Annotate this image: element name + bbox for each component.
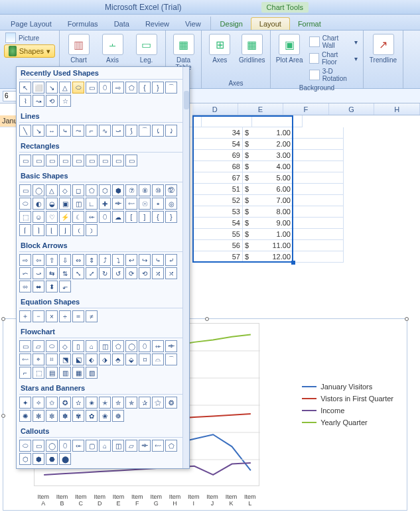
shape-stars-11[interactable]: ❂ <box>165 397 177 409</box>
shape-callouts-13[interactable]: ⬢ <box>33 453 44 465</box>
shape-recent-12[interactable]: ⌇ <box>19 95 31 107</box>
shapes-gallery[interactable]: Recently Used Shapes ↖⬜↘△⬭▭⬯⇨⬠{}⌒⌇↝⟲☆ Li… <box>16 66 190 469</box>
shape-flow-27[interactable]: ▥ <box>59 367 71 379</box>
gridlines-button[interactable]: ▦Gridlines <box>238 32 267 64</box>
axes-button[interactable]: ⊞Axes <box>206 32 234 64</box>
shape-recent-2[interactable]: ↘ <box>46 82 58 94</box>
shape-arrows-1[interactable]: ⇦ <box>33 254 44 266</box>
shape-rect-7[interactable]: ▭ <box>112 155 124 166</box>
shape-stars-2[interactable]: ✩ <box>46 397 58 409</box>
shape-basic-5[interactable]: ⬠ <box>86 184 98 196</box>
cell-d[interactable]: 53 <box>192 206 243 218</box>
shape-equation-4[interactable]: ＝ <box>72 310 84 322</box>
cell-f[interactable] <box>293 218 344 229</box>
shape-callouts-9[interactable]: ⬲ <box>139 440 151 452</box>
shape-flow-11[interactable]: ⬲ <box>165 340 177 352</box>
shape-recent-1[interactable]: ⬜ <box>33 82 44 94</box>
shape-basic-14[interactable]: ◒ <box>46 198 58 210</box>
shape-arrows-22[interactable]: ⤮ <box>152 267 164 279</box>
shape-stars-0[interactable]: ✦ <box>19 397 31 409</box>
table-row[interactable]: 51$6.00 <box>192 184 420 195</box>
rotation-button[interactable]: 3-D Rotation <box>308 67 359 83</box>
shape-flow-4[interactable]: ▯ <box>72 340 84 352</box>
shape-basic-11[interactable]: ⑫ <box>165 184 177 196</box>
shape-flow-19[interactable]: ⬘ <box>112 353 124 365</box>
shape-callouts-7[interactable]: ◫ <box>112 440 124 452</box>
shape-arrows-3[interactable]: ⇩ <box>59 254 71 266</box>
cell-e[interactable]: $6.00 <box>243 184 293 195</box>
shape-basic-9[interactable]: ⑧ <box>139 184 151 196</box>
table-row[interactable]: 56$11.00 <box>192 240 420 251</box>
shape-stars-17[interactable]: ✿ <box>86 410 98 422</box>
shape-recent-7[interactable]: ⇨ <box>112 82 124 94</box>
col-d[interactable]: D <box>192 103 238 115</box>
table-row[interactable]: 69$3.00 <box>192 150 420 161</box>
shape-rect-1[interactable]: ▭ <box>33 155 44 166</box>
shape-flow-5[interactable]: ⌂ <box>86 340 98 352</box>
cell-e[interactable]: $5.00 <box>243 172 293 184</box>
tab-design[interactable]: Design <box>212 18 251 30</box>
shape-arrows-0[interactable]: ⇨ <box>19 254 31 266</box>
shape-recent-13[interactable]: ↝ <box>33 95 44 107</box>
shape-flow-22[interactable]: ⌓ <box>152 353 164 365</box>
shape-arrows-15[interactable]: ⇅ <box>59 267 71 279</box>
shape-basic-23[interactable]: ◎ <box>165 198 177 210</box>
shape-rect-4[interactable]: ▭ <box>72 155 84 166</box>
cell-f[interactable] <box>293 161 344 172</box>
cell-e[interactable]: $1.00 <box>243 229 293 240</box>
shape-rect-2[interactable]: ▭ <box>46 155 58 166</box>
shape-basic-2[interactable]: △ <box>46 184 58 196</box>
cell-e[interactable]: $9.00 <box>243 218 293 229</box>
legend-item-jan[interactable]: January Visitors <box>302 383 393 391</box>
shape-flow-8[interactable]: ◯ <box>125 340 137 352</box>
shape-arrows-20[interactable]: ⟳ <box>125 267 137 279</box>
shape-callouts-11[interactable]: ⬠ <box>165 440 177 452</box>
shape-basic-35[interactable]: } <box>165 211 177 223</box>
shape-recent-4[interactable]: ⬭ <box>72 82 84 94</box>
picture-button[interactable]: Picture <box>4 32 55 44</box>
shape-flow-12[interactable]: ⬳ <box>19 353 31 365</box>
shape-rect-6[interactable]: ▭ <box>99 155 111 166</box>
shape-arrows-25[interactable]: ⬌ <box>33 281 44 292</box>
legend-item-inc[interactable]: Income <box>302 407 393 415</box>
cell-f[interactable] <box>293 172 344 184</box>
shape-stars-4[interactable]: ✫ <box>72 397 84 409</box>
shape-recent-11[interactable]: ⌒ <box>165 82 177 94</box>
table-row[interactable]: 57$12.00 <box>192 251 420 263</box>
cell-d[interactable]: 57 <box>192 251 243 263</box>
chart-wall-button[interactable]: Chart Wall ▾ <box>308 34 359 50</box>
shape-rect-0[interactable]: ▭ <box>19 155 31 166</box>
cell-d[interactable]: 68 <box>192 161 243 172</box>
shape-lines-1[interactable]: ↘ <box>33 125 44 137</box>
shape-equation-1[interactable]: － <box>33 310 44 322</box>
shape-flow-23[interactable]: ⌒ <box>165 353 177 365</box>
shape-basic-13[interactable]: ◐ <box>33 198 44 210</box>
shape-equation-0[interactable]: ＋ <box>19 310 31 322</box>
shape-stars-9[interactable]: ✰ <box>139 397 151 409</box>
shape-flow-20[interactable]: ⬙ <box>125 353 137 365</box>
shape-arrows-7[interactable]: ⤵ <box>112 254 124 266</box>
shape-arrows-2[interactable]: ⇧ <box>46 254 58 266</box>
shape-lines-11[interactable]: ⤸ <box>165 125 177 137</box>
shape-stars-13[interactable]: ✻ <box>33 410 44 422</box>
shape-recent-9[interactable]: { <box>139 82 151 94</box>
shape-arrows-17[interactable]: ⤢ <box>86 267 98 279</box>
cell-d[interactable]: 55 <box>192 229 243 240</box>
shape-flow-3[interactable]: ◇ <box>59 340 71 352</box>
shape-callouts-14[interactable]: ⬣ <box>46 453 58 465</box>
shape-flow-10[interactable]: ⬰ <box>152 340 164 352</box>
shape-arrows-10[interactable]: ⤷ <box>152 254 164 266</box>
shape-equation-2[interactable]: × <box>46 310 58 322</box>
tab-data[interactable]: Data <box>106 18 137 30</box>
shape-recent-5[interactable]: ▭ <box>86 82 98 94</box>
shape-lines-6[interactable]: ∿ <box>99 125 111 137</box>
shape-arrows-4[interactable]: ⇔ <box>72 254 84 266</box>
shape-callouts-15[interactable]: ⬤ <box>59 453 71 465</box>
cell-e[interactable]: $3.00 <box>243 150 293 161</box>
shape-basic-41[interactable]: ⟯ <box>86 224 98 236</box>
shape-basic-38[interactable]: ⌊ <box>46 224 58 236</box>
tab-review[interactable]: Review <box>137 18 177 30</box>
table-row[interactable]: 54$9.00 <box>192 218 420 229</box>
shape-callouts-10[interactable]: ⬳ <box>152 440 164 452</box>
shape-arrows-13[interactable]: ⤻ <box>33 267 44 279</box>
